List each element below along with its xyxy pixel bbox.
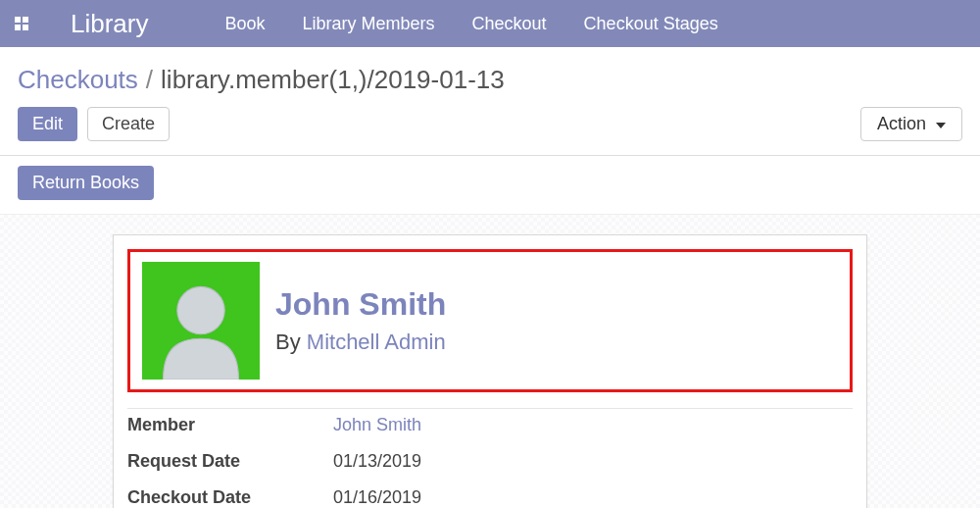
field-value-request-date: 01/13/2019 <box>333 451 421 472</box>
record-byline: By Mitchell Admin <box>275 330 446 355</box>
field-table: Member John Smith Request Date 01/13/201… <box>127 408 853 508</box>
edit-button[interactable]: Edit <box>18 107 77 141</box>
avatar-placeholder-icon <box>147 272 255 380</box>
by-user-link[interactable]: Mitchell Admin <box>307 330 446 354</box>
brand-title[interactable]: Library <box>71 9 148 39</box>
nav-item-checkout[interactable]: Checkout <box>472 14 547 34</box>
field-value-member[interactable]: John Smith <box>333 415 421 435</box>
field-value-checkout-date: 01/16/2019 <box>333 487 421 508</box>
svg-rect-2 <box>15 25 21 30</box>
create-button[interactable]: Create <box>87 107 170 141</box>
field-row-request-date: Request Date 01/13/2019 <box>127 445 853 482</box>
nav-item-checkout-stages[interactable]: Checkout Stages <box>584 14 718 34</box>
action-dropdown[interactable]: Action <box>860 107 962 141</box>
toolbar: Checkouts / library.member(1,)/2019-01-1… <box>0 47 980 156</box>
action-label: Action <box>877 114 926 134</box>
nav-item-book[interactable]: Book <box>224 14 265 34</box>
by-label: By <box>275 330 301 354</box>
avatar <box>142 262 260 380</box>
chevron-down-icon <box>936 123 946 128</box>
field-label: Checkout Date <box>127 487 333 508</box>
navbar: Library Book Library Members Checkout Ch… <box>0 0 980 47</box>
form-sheet: John Smith By Mitchell Admin Member John… <box>113 234 867 508</box>
breadcrumb: Checkouts / library.member(1,)/2019-01-1… <box>18 65 962 95</box>
content-area: John Smith By Mitchell Admin Member John… <box>0 215 980 508</box>
record-title: John Smith <box>275 286 446 323</box>
field-label: Member <box>127 415 333 435</box>
field-row-member: Member John Smith <box>127 409 853 445</box>
field-label: Request Date <box>127 451 333 472</box>
record-header: John Smith By Mitchell Admin <box>127 249 853 392</box>
nav-item-library-members[interactable]: Library Members <box>303 14 435 34</box>
breadcrumb-current: library.member(1,)/2019-01-13 <box>161 65 505 95</box>
svg-rect-1 <box>23 17 28 23</box>
return-books-button[interactable]: Return Books <box>18 166 154 200</box>
svg-rect-0 <box>15 17 21 23</box>
breadcrumb-separator: / <box>146 65 153 95</box>
secondary-toolbar: Return Books <box>0 156 980 215</box>
svg-rect-3 <box>23 25 28 30</box>
breadcrumb-link-checkouts[interactable]: Checkouts <box>18 65 138 95</box>
apps-icon[interactable] <box>14 16 29 31</box>
field-row-checkout-date: Checkout Date 01/16/2019 <box>127 482 853 508</box>
